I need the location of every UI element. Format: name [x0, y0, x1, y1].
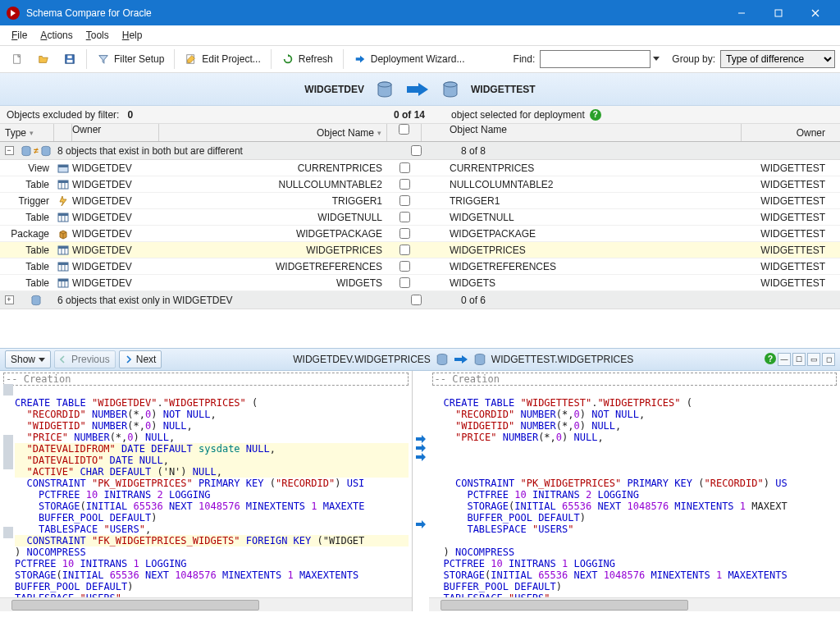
expand-icon[interactable]: + — [5, 295, 14, 304]
row-object-right: TRIGGER1 — [422, 195, 742, 207]
close-button[interactable] — [797, 0, 833, 25]
group-only-icon — [18, 295, 54, 306]
menu-actions[interactable]: Actions — [34, 28, 79, 43]
save-button[interactable] — [57, 48, 82, 70]
menu-help[interactable]: Help — [116, 28, 149, 43]
row-checkbox[interactable] — [399, 195, 410, 206]
show-dropdown[interactable]: Show — [5, 350, 51, 368]
row-object-right: WIDGETREFERENCES — [422, 261, 742, 272]
row-checkbox[interactable] — [399, 162, 410, 173]
collapse-icon[interactable]: − — [5, 146, 14, 155]
code-pane-left[interactable]: -- Creation CREATE TABLE "WIDGETDEV"."WI… — [0, 371, 413, 611]
section-label-left: -- Creation — [3, 373, 409, 386]
row-checkbox[interactable] — [399, 277, 410, 288]
menu-bar: File Actions Tools Help — [0, 25, 840, 46]
row-object-left: TRIGGER1 — [159, 195, 387, 207]
group-diff-icon: ≠ — [18, 145, 54, 157]
hscroll-left[interactable] — [0, 597, 412, 611]
database-icon — [473, 353, 486, 366]
svg-point-12 — [444, 82, 457, 87]
row-owner-left: WIDGETDEV — [72, 228, 159, 240]
row-owner-left: WIDGETDEV — [72, 261, 159, 272]
group-row-only-source[interactable]: + 6 objects that exist only in WIDGETDEV… — [0, 291, 840, 309]
col-objname-right[interactable]: Object Name — [422, 124, 742, 141]
row-owner-right: WIDGETTEST — [742, 212, 840, 223]
refresh-label: Refresh — [299, 53, 333, 65]
pane-min-icon[interactable]: — — [778, 353, 791, 366]
compare-banner: WIDGETDEV WIDGETTEST — [0, 73, 840, 106]
database-icon — [441, 80, 459, 98]
new-icon — [11, 53, 24, 66]
minimize-button[interactable] — [723, 0, 760, 25]
edit-project-label: Edit Project... — [202, 53, 260, 65]
row-object-left: WIDGETREFERENCES — [159, 261, 387, 272]
row-object-right: WIDGETNULL — [422, 212, 742, 223]
pane-single-icon[interactable]: ☐ — [792, 353, 806, 366]
table-row[interactable]: TableWIDGETDEVNULLCOLUMNTABLE2NULLCOLUMN… — [0, 176, 840, 193]
maximize-button[interactable] — [760, 0, 797, 25]
row-owner-right: WIDGETTEST — [742, 162, 840, 174]
database-icon — [376, 80, 394, 98]
groupby-label: Group by: — [672, 53, 715, 65]
table-row[interactable]: TableWIDGETDEVWIDGETPRICESWIDGETPRICESWI… — [0, 242, 840, 258]
row-owner-left: WIDGETDEV — [72, 162, 159, 174]
col-type[interactable]: Type — [5, 127, 26, 139]
row-owner-left: WIDGETDEV — [72, 212, 159, 223]
col-owner-right[interactable]: Owner — [742, 127, 840, 139]
pane-max-icon[interactable]: ◻ — [822, 353, 835, 366]
status-row: Objects excluded by filter: 0 0 of 14 ob… — [0, 106, 840, 124]
row-type: Table — [0, 261, 54, 272]
table-row[interactable]: TableWIDGETDEVWIDGETSWIDGETSWIDGETTEST — [0, 275, 840, 291]
refresh-button[interactable]: Refresh — [276, 48, 339, 70]
menu-tools[interactable]: Tools — [80, 28, 116, 43]
open-button[interactable] — [31, 48, 56, 70]
svg-rect-34 — [58, 279, 68, 281]
code-pane-right[interactable]: -- Creation CREATE TABLE "WIDGETTEST"."W… — [429, 371, 841, 611]
group-row-different[interactable]: − ≠ 8 objects that exist in both but are… — [0, 142, 840, 160]
menu-file[interactable]: File — [5, 28, 34, 43]
table-row[interactable]: TableWIDGETDEVWIDGETNULLWIDGETNULLWIDGET… — [0, 209, 840, 226]
row-owner-left: WIDGETDEV — [72, 179, 159, 190]
filter-setup-button[interactable]: Filter Setup — [91, 48, 170, 70]
row-checkbox[interactable] — [399, 228, 410, 239]
group-only-label: 6 objects that exist only in WIDGETDEV — [54, 295, 382, 306]
row-type: Table — [0, 245, 54, 256]
groupby-select[interactable]: Type of difference — [720, 50, 835, 68]
group-diff-checkbox[interactable] — [411, 145, 422, 156]
row-owner-right: WIDGETTEST — [742, 261, 840, 272]
row-object-left: WIDGETPRICES — [159, 245, 387, 256]
find-input[interactable] — [540, 50, 651, 68]
row-checkbox[interactable] — [399, 245, 410, 255]
find-dropdown-button[interactable] — [651, 48, 662, 70]
hscroll-right[interactable] — [429, 597, 841, 611]
edit-project-button[interactable]: Edit Project... — [179, 48, 266, 70]
table-row[interactable]: TableWIDGETDEVWIDGETREFERENCESWIDGETREFE… — [0, 258, 840, 275]
deploy-arrow-icon — [354, 53, 367, 66]
row-type-icon — [54, 245, 72, 256]
table-row[interactable]: ViewWIDGETDEVCURRENTPRICESCURRENTPRICESW… — [0, 160, 840, 176]
table-row[interactable]: PackageWIDGETDEVWIDGETPACKAGEWIDGETPACKA… — [0, 226, 840, 242]
arrow-right-icon — [454, 354, 468, 364]
help-icon[interactable]: ? — [765, 353, 776, 364]
col-objname-left[interactable]: Object Name — [317, 127, 374, 139]
col-owner-left[interactable]: Owner — [72, 124, 159, 141]
row-checkbox[interactable] — [399, 179, 410, 190]
svg-rect-16 — [58, 165, 68, 167]
table-row[interactable]: TriggerWIDGETDEVTRIGGER1TRIGGER1WIDGETTE… — [0, 193, 840, 209]
previous-button[interactable]: Previous — [54, 350, 116, 368]
header-checkbox[interactable] — [399, 124, 409, 135]
group-only-checkbox[interactable] — [411, 295, 422, 305]
direction-arrow-icon — [405, 81, 430, 98]
svg-rect-18 — [58, 181, 68, 183]
deploy-button[interactable]: Deployment Wizard... — [348, 48, 471, 70]
next-button[interactable]: Next — [119, 350, 162, 368]
row-checkbox[interactable] — [399, 261, 410, 272]
new-button[interactable] — [5, 48, 30, 70]
help-icon[interactable]: ? — [590, 109, 601, 121]
pane-split-icon[interactable]: ▭ — [807, 353, 820, 366]
refresh-icon — [281, 53, 294, 66]
row-object-right: NULLCOLUMNTABLE2 — [422, 179, 742, 190]
excluded-value: 0 — [127, 109, 133, 121]
row-type-icon — [54, 212, 72, 223]
row-checkbox[interactable] — [399, 212, 410, 222]
